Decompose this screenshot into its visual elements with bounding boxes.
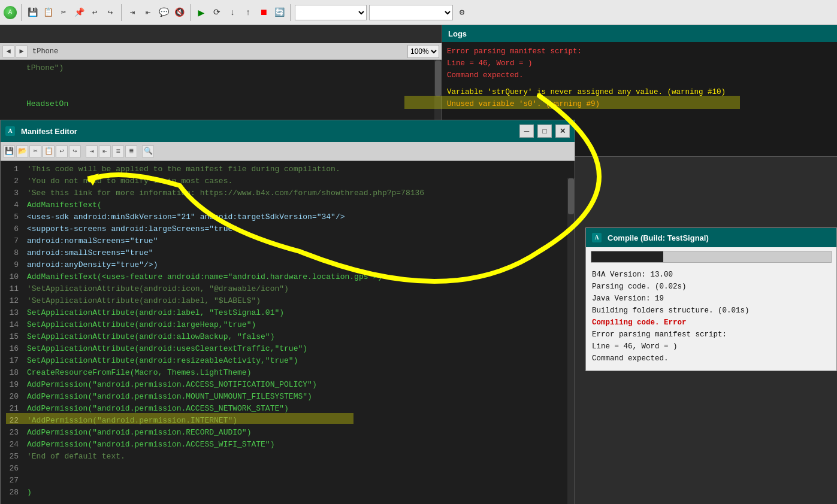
code-line: 24AddPermission("android.permission.ACCE… bbox=[1, 439, 575, 451]
code-line: 1'This code will be applied to the manif… bbox=[1, 163, 575, 175]
code-line: 8 android:smallScreens="true" bbox=[1, 247, 575, 259]
manifest-code-editor[interactable]: 1'This code will be applied to the manif… bbox=[1, 161, 575, 504]
log-line-6: Unused variable 's0'. (warning #9) bbox=[447, 98, 832, 110]
build-config-dropdown[interactable]: Release bbox=[295, 5, 367, 20]
code-line: 25'End of default text. bbox=[1, 451, 575, 463]
progress-unfilled bbox=[663, 251, 831, 262]
code-line: 28) bbox=[1, 487, 575, 499]
logs-title: Logs bbox=[448, 29, 467, 38]
project-dropdown[interactable]: TestSignal bbox=[369, 5, 453, 20]
stop-icon[interactable]: ⏹ bbox=[257, 6, 270, 19]
log-line-1: Error parsing manifest script: bbox=[447, 45, 832, 57]
dialog-titlebar: A Manifest Editor ─ □ ✕ bbox=[1, 120, 575, 142]
step-out-icon[interactable]: ↑ bbox=[241, 6, 255, 19]
code-line: 9 android:anyDensity="true"/>) bbox=[1, 259, 575, 271]
compile-header: A Compile (Build: TestSignal) bbox=[586, 228, 836, 247]
code-line: 26 bbox=[1, 463, 575, 475]
code-line: 10AddManifestText(<uses-feature android:… bbox=[1, 271, 575, 283]
log-line-5: Variable 'strQuery' is never assigned an… bbox=[447, 86, 832, 98]
dialog-logo-icon: A bbox=[5, 126, 15, 136]
manifest-scrollbar[interactable] bbox=[567, 178, 575, 504]
compile-progress-bar bbox=[591, 251, 832, 263]
progress-filled bbox=[591, 251, 663, 262]
code-line: 11'SetApplicationAttribute(android:icon,… bbox=[1, 283, 575, 295]
app-logo-icon: A bbox=[4, 6, 17, 19]
manifest-code-lines: 1'This code will be applied to the manif… bbox=[1, 163, 575, 499]
nav-back-icon[interactable]: ◀ bbox=[2, 45, 14, 57]
logs-header: Logs bbox=[442, 25, 837, 42]
dlg-open-icon[interactable]: 📂 bbox=[16, 145, 28, 157]
code-line: 16SetApplicationAttribute(android:usesCl… bbox=[1, 343, 575, 355]
code-line: 23AddPermission("android.permission.RECO… bbox=[1, 427, 575, 439]
dialog-toolbar: 💾 📂 ✂ 📋 ↩ ↪ ⇥ ⇤ ≡ ≣ 🔍 bbox=[1, 142, 575, 161]
sep1 bbox=[21, 4, 22, 21]
compile-line-4: Building folders structure. (0.01s) bbox=[592, 305, 830, 317]
dlg-search-icon[interactable]: 🔍 bbox=[142, 145, 154, 157]
code-line: 5<uses-sdk android:minSdkVersion="21" an… bbox=[1, 211, 575, 223]
paste-icon[interactable]: 📌 bbox=[72, 6, 86, 19]
dialog-minimize-btn[interactable]: ─ bbox=[519, 125, 534, 138]
code-line: 18CreateResourceFromFile(Macro, Themes.L… bbox=[1, 367, 575, 379]
nav-forward-icon[interactable]: ▶ bbox=[16, 45, 28, 57]
undo-icon[interactable]: ↩ bbox=[88, 6, 101, 19]
scroll-thumb[interactable] bbox=[435, 60, 441, 96]
redo-icon[interactable]: ↪ bbox=[104, 6, 117, 19]
zoom-select[interactable]: 100% bbox=[407, 45, 439, 58]
copy-icon[interactable]: 📋 bbox=[41, 6, 55, 19]
compile-line-7: Line = 46, Word = ) bbox=[592, 341, 830, 353]
code-line: 22'AddPermission("android.permission.INT… bbox=[1, 415, 575, 427]
manifest-scroll-thumb[interactable] bbox=[568, 178, 574, 214]
step-over-icon[interactable]: ⟳ bbox=[210, 6, 223, 19]
dlg-redo-icon[interactable]: ↪ bbox=[69, 145, 81, 157]
step-into-icon[interactable]: ↓ bbox=[226, 6, 239, 19]
run-icon[interactable]: ▶ bbox=[195, 6, 208, 19]
compile-title: Compile (Build: TestSignal) bbox=[608, 233, 709, 242]
bg-code-line: tPhone") bbox=[0, 62, 442, 74]
dlg-indent-icon[interactable]: ⇥ bbox=[86, 145, 98, 157]
dlg-align-icon[interactable]: ≡ bbox=[112, 145, 124, 157]
outdent-icon[interactable]: ⇤ bbox=[141, 6, 155, 19]
dialog-title: Manifest Editor bbox=[21, 127, 516, 136]
compile-panel: A Compile (Build: TestSignal) B4A Versio… bbox=[585, 227, 837, 371]
dlg-align2-icon[interactable]: ≣ bbox=[125, 145, 137, 157]
manifest-editor-dialog: A Manifest Editor ─ □ ✕ 💾 📂 ✂ 📋 ↩ ↪ ⇥ ⇤ … bbox=[0, 120, 575, 504]
code-line: 4AddManifestText( bbox=[1, 199, 575, 211]
logs-content: Error parsing manifest script: Line = 46… bbox=[442, 42, 837, 114]
cut-icon[interactable]: ✂ bbox=[57, 6, 70, 19]
restart-icon[interactable]: 🔄 bbox=[273, 6, 286, 19]
log-line-2: Line = 46, Word = ) bbox=[447, 57, 832, 69]
save-icon[interactable]: 💾 bbox=[26, 6, 39, 19]
compile-line-1: B4A Version: 13.00 bbox=[592, 269, 830, 281]
compile-line-8: Command expected. bbox=[592, 353, 830, 365]
log-line-3: Command expected. bbox=[447, 69, 832, 81]
sep2 bbox=[121, 4, 122, 21]
dialog-maximize-btn[interactable]: □ bbox=[537, 125, 552, 138]
indent-icon[interactable]: ⇥ bbox=[126, 6, 139, 19]
compile-line-6: Error parsing manifest script: bbox=[592, 329, 830, 341]
code-line: 13SetApplicationAttribute(android:label,… bbox=[1, 307, 575, 319]
dlg-cut-icon[interactable]: ✂ bbox=[29, 145, 41, 157]
code-line: 15SetApplicationAttribute(android:allowB… bbox=[1, 331, 575, 343]
dlg-undo-icon[interactable]: ↩ bbox=[56, 145, 68, 157]
settings-icon[interactable]: ⚙ bbox=[455, 6, 469, 19]
code-line: 12'SetApplicationAttribute(android:label… bbox=[1, 295, 575, 307]
compile-content: B4A Version: 13.00 Parsing code. (0.02s)… bbox=[586, 266, 836, 371]
sep3 bbox=[190, 4, 191, 21]
code-line: 14SetApplicationAttribute(android:largeH… bbox=[1, 319, 575, 331]
code-line: 17SetApplicationAttribute(android:resize… bbox=[1, 355, 575, 367]
main-toolbar: A 💾 📋 ✂ 📌 ↩ ↪ ⇥ ⇤ 💬 🔇 ▶ ⟳ ↓ ↑ ⏹ 🔄 Releas… bbox=[0, 0, 837, 25]
code-line: 27 bbox=[1, 475, 575, 487]
dlg-save-icon[interactable]: 💾 bbox=[3, 145, 15, 157]
editor-toolbar: ◀ ▶ tPhone 100% bbox=[0, 43, 442, 60]
compile-line-5: Compiling code. Error bbox=[592, 317, 830, 329]
sep4 bbox=[290, 4, 291, 21]
dlg-outdent-icon[interactable]: ⇤ bbox=[99, 145, 111, 157]
tab-title: tPhone bbox=[29, 47, 406, 56]
compile-line-3: Java Version: 19 bbox=[592, 293, 830, 305]
dialog-close-btn[interactable]: ✕ bbox=[555, 125, 570, 138]
compile-line-2: Parsing code. (0.02s) bbox=[592, 281, 830, 293]
comment-icon[interactable]: 💬 bbox=[157, 6, 170, 19]
dlg-copy-icon[interactable]: 📋 bbox=[43, 145, 55, 157]
uncomment-icon[interactable]: 🔇 bbox=[173, 6, 186, 19]
bg-code-line2: HeadsetOn bbox=[0, 98, 442, 110]
